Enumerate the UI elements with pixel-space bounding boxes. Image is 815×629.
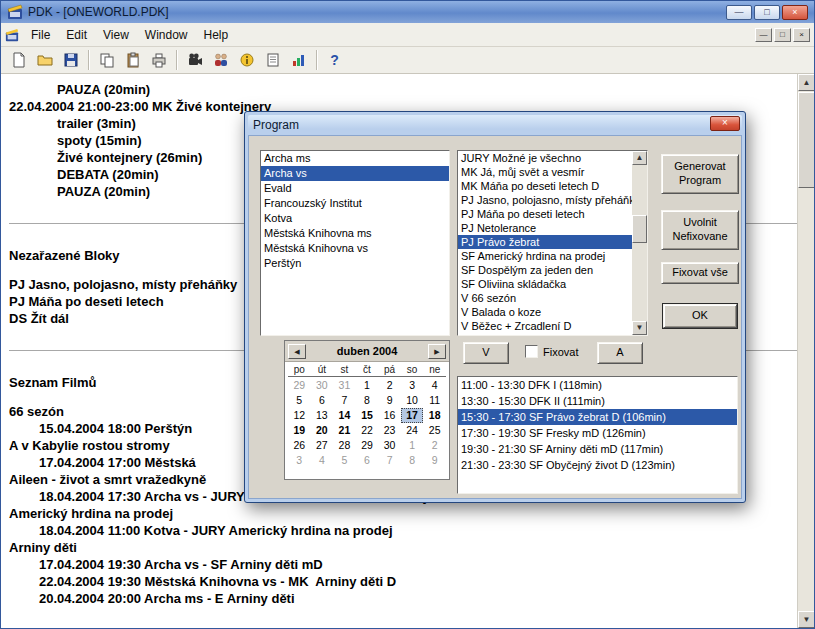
calendar-day[interactable]: 14 xyxy=(333,408,356,423)
close-button[interactable]: × xyxy=(782,5,808,20)
schedule-item[interactable]: 17:30 - 19:30 SF Fresky mD (126min) xyxy=(458,425,737,441)
schedule-listbox[interactable]: 11:00 - 13:30 DFK I (118min)13:30 - 15:3… xyxy=(457,376,738,494)
scroll-up-icon[interactable]: ▲ xyxy=(798,74,815,91)
film-item[interactable]: PJ Právo žebrat xyxy=(458,235,632,249)
release-unfixed-button[interactable]: Uvolnit Nefixovane xyxy=(661,210,739,250)
paste-button[interactable] xyxy=(120,48,145,72)
calendar-day[interactable]: 28 xyxy=(333,438,356,453)
film-item[interactable]: PJ Máňa po deseti letech xyxy=(458,207,632,221)
calendar-day[interactable]: 29 xyxy=(356,438,379,453)
copy-button[interactable] xyxy=(94,48,119,72)
film-item[interactable]: SF Dospělým za jeden den xyxy=(458,263,632,277)
calendar-next-month-icon[interactable]: ▶ xyxy=(428,344,446,359)
new-document-button[interactable] xyxy=(6,48,31,72)
calendar-day[interactable]: 1 xyxy=(401,438,424,453)
scroll-thumb[interactable] xyxy=(798,92,815,188)
calendar-day[interactable]: 24 xyxy=(401,423,424,438)
film-item[interactable]: V 66 sezón xyxy=(458,291,632,305)
film-item[interactable]: MK Máňa po deseti letech D xyxy=(458,179,632,193)
calendar-day[interactable]: 16 xyxy=(378,408,401,423)
calendar-day[interactable]: 25 xyxy=(423,423,446,438)
movie-camera-button[interactable] xyxy=(182,48,207,72)
info-button[interactable] xyxy=(234,48,259,72)
calendar-day[interactable]: 7 xyxy=(378,453,401,468)
mdi-restore-button[interactable]: □ xyxy=(774,28,791,42)
mdi-minimize-button[interactable]: — xyxy=(755,28,772,42)
open-folder-button[interactable] xyxy=(32,48,57,72)
venue-item[interactable]: Evald xyxy=(261,181,449,196)
calendar-day[interactable]: 1 xyxy=(356,378,379,393)
fix-all-button[interactable]: Fixovat vše xyxy=(661,262,739,284)
calendar-day[interactable]: 26 xyxy=(288,438,311,453)
venue-listbox[interactable]: Archa msArcha vsEvaldFrancouzský Institu… xyxy=(260,150,450,336)
venue-item[interactable]: Kotva xyxy=(261,211,449,226)
calendar-day[interactable]: 30 xyxy=(311,378,334,393)
checkbox-box[interactable] xyxy=(525,345,538,358)
document-vertical-scrollbar[interactable]: ▲ ▼ xyxy=(797,74,814,628)
a-button[interactable]: A xyxy=(597,342,643,364)
chart-button[interactable] xyxy=(286,48,311,72)
calendar-day[interactable]: 12 xyxy=(288,408,311,423)
menu-item[interactable]: Help xyxy=(196,25,237,45)
film-item[interactable]: V Běžec + Zrcadlení D xyxy=(458,319,632,333)
calendar-day[interactable]: 2 xyxy=(423,438,446,453)
calendar-day[interactable]: 17 xyxy=(401,408,424,423)
film-item[interactable]: PJ Netolerance xyxy=(458,221,632,235)
film-listbox[interactable]: JURY Možné je všechnoMK Já, můj svět a v… xyxy=(457,150,648,336)
mdi-child-icon[interactable] xyxy=(5,28,19,42)
menu-item[interactable]: File xyxy=(23,25,58,45)
calendar-day[interactable]: 3 xyxy=(401,378,424,393)
menu-item[interactable]: Window xyxy=(137,25,196,45)
calendar-day[interactable]: 4 xyxy=(423,378,446,393)
scroll-thumb[interactable] xyxy=(632,215,647,243)
maximize-button[interactable]: □ xyxy=(754,5,780,20)
schedule-item[interactable]: 19:30 - 21:30 SF Arniny děti mD (117min) xyxy=(458,441,737,457)
scroll-up-icon[interactable]: ▲ xyxy=(632,151,647,165)
calendar-day[interactable]: 9 xyxy=(423,453,446,468)
calendar-day[interactable]: 6 xyxy=(311,393,334,408)
calendar-day[interactable]: 18 xyxy=(423,408,446,423)
report-button[interactable] xyxy=(260,48,285,72)
v-button[interactable]: V xyxy=(463,342,509,364)
calendar-day[interactable]: 20 xyxy=(311,423,334,438)
calendar-day[interactable]: 13 xyxy=(311,408,334,423)
calendar-day[interactable]: 30 xyxy=(378,438,401,453)
dialog-close-button[interactable]: × xyxy=(710,116,740,131)
venue-item[interactable]: Archa vs xyxy=(261,166,449,181)
scroll-down-icon[interactable]: ▼ xyxy=(632,321,647,335)
mdi-close-button[interactable]: × xyxy=(793,28,810,42)
calendar-day[interactable]: 23 xyxy=(378,423,401,438)
venue-item[interactable]: Perštýn xyxy=(261,256,449,271)
calendar-day[interactable]: 9 xyxy=(378,393,401,408)
venue-item[interactable]: Francouzský Institut xyxy=(261,196,449,211)
calendar-day[interactable]: 8 xyxy=(401,453,424,468)
film-item[interactable]: V Balada o koze xyxy=(458,305,632,319)
calendar-day[interactable]: 5 xyxy=(288,393,311,408)
help-button[interactable]: ? xyxy=(322,48,347,72)
scroll-down-icon[interactable]: ▼ xyxy=(798,611,815,628)
film-item[interactable]: PJ Jasno, polojasno, místy přeháňky xyxy=(458,193,632,207)
calendar-day[interactable]: 15 xyxy=(356,408,379,423)
calendar-day[interactable]: 29 xyxy=(288,378,311,393)
calendar-day[interactable]: 7 xyxy=(333,393,356,408)
film-item[interactable]: MK Já, můj svět a vesmír xyxy=(458,165,632,179)
calendar-day[interactable]: 22 xyxy=(356,423,379,438)
menu-item[interactable]: Edit xyxy=(58,25,95,45)
venue-item[interactable]: Městská Knihovna vs xyxy=(261,241,449,256)
film-item[interactable]: SF Americký hrdina na prodej xyxy=(458,249,632,263)
generate-program-button[interactable]: Generovat Program xyxy=(661,154,739,194)
calendar-day[interactable]: 11 xyxy=(423,393,446,408)
venue-item[interactable]: Městská Knihovna ms xyxy=(261,226,449,241)
schedule-item[interactable]: 21:30 - 23:30 SF Obyčejný život D (123mi… xyxy=(458,457,737,473)
calendar-day[interactable]: 8 xyxy=(356,393,379,408)
print-button[interactable] xyxy=(146,48,171,72)
menu-item[interactable]: View xyxy=(95,25,137,45)
fixovat-checkbox[interactable]: Fixovat xyxy=(525,345,578,358)
schedule-item[interactable]: 13:30 - 15:30 DFK II (111min) xyxy=(458,393,737,409)
venue-item[interactable]: Archa ms xyxy=(261,151,449,166)
calendar-day[interactable]: 6 xyxy=(356,453,379,468)
save-button[interactable] xyxy=(58,48,83,72)
calendar-day[interactable]: 19 xyxy=(288,423,311,438)
schedule-item[interactable]: 11:00 - 13:30 DFK I (118min) xyxy=(458,377,737,393)
film-item[interactable]: SF Oliviina skládačka xyxy=(458,277,632,291)
